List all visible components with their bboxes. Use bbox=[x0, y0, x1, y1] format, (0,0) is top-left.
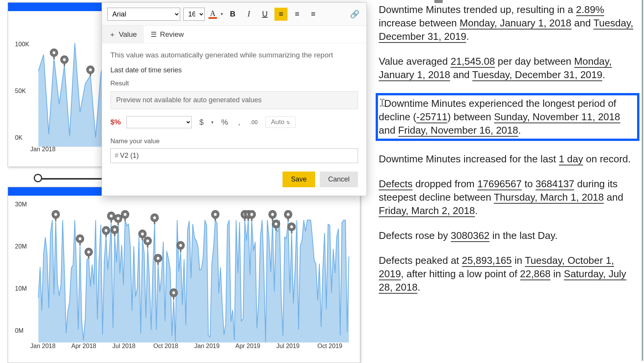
svg-point-23 bbox=[54, 213, 57, 216]
value-editor-dialog: Arial 16 A ▾ B I U ≡ ≡ ≡ 🔗 ＋ Value ☰ bbox=[102, 2, 367, 196]
svg-point-59 bbox=[271, 213, 274, 216]
link-icon[interactable]: 🔗 bbox=[348, 8, 361, 21]
cancel-button[interactable]: Cancel bbox=[320, 172, 358, 187]
underline-button[interactable]: U bbox=[258, 8, 271, 21]
name-label: Name your value bbox=[110, 137, 358, 145]
x-axis-bot: Jan 2018 Apr 2018 Jul 2018 Oct 2018 Jan … bbox=[30, 343, 358, 354]
insight-defects-peak: Defects peaked at 25,893,165 in Tuesday,… bbox=[379, 254, 638, 294]
tab-review[interactable]: ☰ Review bbox=[144, 26, 191, 43]
svg-point-51 bbox=[214, 213, 217, 216]
value-name-input[interactable]: #V2 (1) bbox=[110, 148, 358, 163]
decimal-button[interactable]: .00 bbox=[248, 119, 260, 125]
svg-point-29 bbox=[105, 229, 107, 232]
svg-point-3 bbox=[63, 58, 66, 61]
svg-point-33 bbox=[113, 228, 116, 231]
align-right-button[interactable]: ≡ bbox=[307, 8, 320, 21]
svg-point-5 bbox=[89, 69, 92, 71]
insight-defects-drop: Defects dropped from 17696567 to 3684137… bbox=[379, 177, 638, 217]
chevron-down-icon[interactable]: ▾ bbox=[211, 120, 214, 125]
chevron-down-icon[interactable]: ▾ bbox=[221, 11, 223, 16]
format-select[interactable] bbox=[127, 116, 192, 128]
svg-point-1 bbox=[53, 51, 55, 54]
insight-defects-rose: Defects rose by 3080362 in the last Day. bbox=[379, 229, 638, 242]
svg-point-27 bbox=[87, 250, 90, 253]
svg-point-47 bbox=[172, 291, 175, 294]
svg-point-31 bbox=[110, 214, 113, 217]
svg-point-35 bbox=[117, 217, 120, 220]
svg-point-63 bbox=[287, 213, 289, 216]
svg-point-39 bbox=[141, 232, 144, 235]
tab-value[interactable]: ＋ Value bbox=[102, 26, 144, 43]
text-toolbar: Arial 16 A ▾ B I U ≡ ≡ ≡ 🔗 bbox=[102, 3, 366, 26]
svg-point-61 bbox=[274, 222, 277, 225]
insight-downtime-trend: Downtime Minutes trended up, resulting i… bbox=[379, 3, 638, 43]
save-button[interactable]: Save bbox=[283, 172, 315, 187]
svg-point-41 bbox=[146, 239, 149, 242]
charts-pane: 100K 50K 0K Jan 2018 Apr 2018 30M 20M bbox=[0, 0, 368, 363]
svg-point-43 bbox=[153, 216, 156, 219]
thousands-button[interactable]: , bbox=[236, 118, 243, 127]
align-left-button[interactable]: ≡ bbox=[274, 8, 288, 21]
insight-downtime-increase: Downtime Minutes increased for the last … bbox=[379, 152, 638, 166]
tab-label: Value bbox=[119, 30, 137, 39]
font-family-select[interactable]: Arial bbox=[107, 8, 180, 21]
value-description: Last date of time series bbox=[110, 66, 358, 74]
narrative-pane[interactable]: Downtime Minutes trended up, resulting i… bbox=[375, 0, 643, 361]
chart-svg-bot bbox=[15, 196, 358, 359]
insight-downtime-decline-selected[interactable]: Downtime Minutes experienced the longest… bbox=[376, 93, 639, 141]
list-icon: ☰ bbox=[151, 30, 157, 39]
plus-icon: ＋ bbox=[109, 30, 116, 39]
svg-point-49 bbox=[179, 244, 182, 247]
svg-point-65 bbox=[290, 226, 293, 228]
font-color-button[interactable]: A bbox=[208, 8, 218, 21]
slider-handle-start[interactable] bbox=[34, 174, 42, 182]
font-size-select[interactable]: 16 bbox=[183, 8, 205, 21]
insight-value-average: Value averaged 21,545.08 per day between… bbox=[379, 55, 638, 82]
currency-button[interactable]: $ bbox=[197, 118, 206, 127]
italic-button[interactable]: I bbox=[242, 8, 255, 21]
editor-tabs: ＋ Value ☰ Review bbox=[102, 26, 366, 43]
svg-point-37 bbox=[124, 213, 127, 216]
format-row: $% $ ▾ % , .00 Auto ⇅ bbox=[110, 116, 358, 128]
svg-point-57 bbox=[250, 213, 253, 216]
percent-button[interactable]: % bbox=[219, 118, 230, 127]
result-label: Result bbox=[110, 80, 358, 87]
bold-button[interactable]: B bbox=[226, 8, 239, 21]
svg-point-45 bbox=[157, 257, 159, 260]
align-center-button[interactable]: ≡ bbox=[291, 8, 304, 21]
result-preview: Preview not available for auto generated… bbox=[110, 91, 358, 109]
defects-chart[interactable]: 30M 20M 10M 0M Jan 2018 Apr 2018 Jul 201… bbox=[8, 187, 360, 363]
tab-label: Review bbox=[160, 30, 184, 39]
auto-format-toggle[interactable]: Auto ⇅ bbox=[265, 116, 296, 128]
fx-icon: $% bbox=[110, 118, 121, 126]
auto-generated-note: This value was automatically generated w… bbox=[110, 51, 358, 59]
svg-point-25 bbox=[79, 237, 81, 240]
